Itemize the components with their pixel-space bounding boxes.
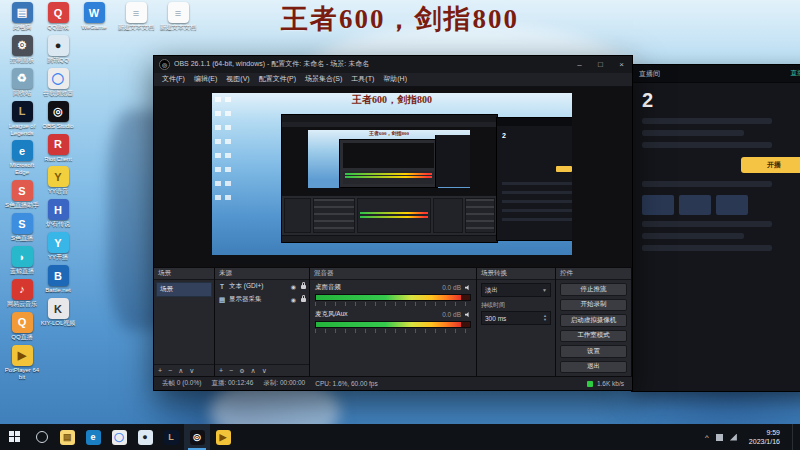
desktop-icon[interactable]: Y YY语音 bbox=[40, 166, 76, 195]
sources-dock-title[interactable]: 来源 bbox=[215, 268, 309, 280]
source-item[interactable]: ▤ 显示器采集 bbox=[215, 293, 309, 306]
desktop-icon-label: League of Legends bbox=[4, 123, 40, 137]
control-button[interactable]: 启动虚拟摄像机 bbox=[560, 314, 627, 327]
desktop-icon[interactable]: B Battle.net bbox=[40, 265, 76, 294]
obs-preview-canvas[interactable]: 王者600，剑指800 王者600，剑指800 bbox=[154, 87, 632, 267]
taskbar-icon[interactable]: ▶ bbox=[210, 424, 236, 450]
desktop-icon[interactable]: ▶ PotPlayer 64 bit bbox=[4, 345, 40, 381]
move-scene-down-button[interactable] bbox=[189, 367, 194, 375]
desktop-icon[interactable]: ≡ 新建文本文档 bbox=[118, 2, 154, 31]
control-button[interactable]: 退出 bbox=[560, 361, 627, 374]
visibility-eye-icon[interactable] bbox=[291, 296, 296, 303]
desktop-icon[interactable]: R Riot Client bbox=[40, 134, 76, 163]
desktop-icon[interactable]: ◯ 谷歌浏览器 bbox=[40, 68, 76, 97]
sources-toolbar bbox=[215, 364, 309, 376]
volume-icon[interactable] bbox=[716, 434, 723, 441]
transition-duration-input[interactable]: 300 ms bbox=[481, 311, 551, 325]
desktop-icon[interactable]: ⚙ 控制面板 bbox=[4, 35, 40, 64]
menu-item[interactable]: 帮助(H) bbox=[383, 74, 407, 84]
menu-item[interactable]: 配置文件(P) bbox=[259, 74, 296, 84]
transition-select[interactable]: 淡出 bbox=[481, 283, 551, 297]
taskbar-icon[interactable]: ◯ bbox=[106, 424, 132, 450]
thumbnail[interactable] bbox=[642, 195, 674, 215]
desktop-icon[interactable]: Q QQ游戏 bbox=[40, 2, 76, 31]
desktop-icon[interactable]: ● 腾讯QQ bbox=[40, 35, 76, 64]
desktop-icon-label: WeGame bbox=[81, 24, 106, 31]
maximize-button[interactable] bbox=[592, 57, 609, 71]
obs-dock-area: 场景 场景 来源 T bbox=[154, 267, 632, 376]
control-button[interactable]: 停止推流 bbox=[560, 283, 627, 296]
desktop-icon[interactable]: ◗ 蓝鲸直播 bbox=[4, 246, 40, 275]
taskbar-icon[interactable]: ▤ bbox=[54, 424, 80, 450]
control-button[interactable]: 开始录制 bbox=[560, 299, 627, 312]
taskbar: ▤ e ◯ ● L ◎ ▶ ^ 9:59 2023/1/1 bbox=[0, 424, 800, 450]
duration-spinner[interactable] bbox=[543, 314, 547, 322]
add-source-button[interactable] bbox=[219, 367, 223, 374]
mixer-track-db: 0.0 dB bbox=[442, 284, 461, 291]
desktop-icon[interactable]: ◎ OBS Studio bbox=[40, 101, 76, 130]
obs-window: OBS 26.1.1 (64-bit, windows) - 配置文件: 未命名… bbox=[153, 55, 633, 391]
desktop-icon[interactable]: K KIY-LOL视频 bbox=[40, 298, 76, 327]
placeholder-row bbox=[642, 142, 772, 148]
menu-item[interactable]: 文件(F) bbox=[162, 74, 185, 84]
stream-dashboard-header[interactable]: 直播间 直播中 bbox=[632, 65, 800, 83]
move-scene-up-button[interactable] bbox=[178, 367, 183, 375]
minimize-button[interactable] bbox=[571, 57, 588, 71]
show-desktop-button[interactable] bbox=[792, 424, 797, 450]
desktop-icon[interactable]: H 炉石传说 bbox=[40, 199, 76, 228]
desktop-icon[interactable]: Q QQ直播 bbox=[4, 312, 40, 341]
desktop-icon-label: KIY-LOL视频 bbox=[41, 320, 75, 327]
control-button[interactable]: 工作室模式 bbox=[560, 330, 627, 343]
taskbar-icon[interactable]: e bbox=[80, 424, 106, 450]
menu-item[interactable]: 工具(T) bbox=[351, 74, 374, 84]
desktop-icon[interactable]: Y YY开播 bbox=[40, 232, 76, 261]
desktop-icon[interactable]: ▤ 此电脑 bbox=[4, 2, 40, 31]
remove-source-button[interactable] bbox=[229, 367, 233, 374]
taskbar-icon[interactable]: ● bbox=[132, 424, 158, 450]
thumbnail[interactable] bbox=[716, 195, 748, 215]
start-button[interactable] bbox=[0, 424, 30, 450]
source-properties-button[interactable] bbox=[239, 367, 244, 374]
mixer-dock-title[interactable]: 混音器 bbox=[310, 268, 476, 280]
taskbar-icon[interactable]: L bbox=[158, 424, 184, 450]
desktop-icon[interactable]: ♪ 网易云音乐 bbox=[4, 279, 40, 308]
desktop-icon[interactable]: ≡ 新建文本文档 bbox=[160, 2, 196, 31]
menu-item[interactable]: 场景集合(S) bbox=[305, 74, 342, 84]
desktop-icon[interactable]: S S色直播助手 bbox=[4, 180, 40, 209]
desktop-icon[interactable]: ♻ 回收站 bbox=[4, 68, 40, 97]
obs-titlebar[interactable]: OBS 26.1.1 (64-bit, windows) - 配置文件: 未命名… bbox=[154, 56, 632, 73]
thumbnail[interactable] bbox=[679, 195, 711, 215]
desktop-icon-label: 回收站 bbox=[13, 90, 31, 97]
source-item[interactable]: T 文本 (GDI+) bbox=[215, 280, 309, 293]
controls-dock-title[interactable]: 控件 bbox=[556, 268, 631, 280]
source-type-icon: ▤ bbox=[218, 296, 226, 304]
go-live-button[interactable]: 开播 bbox=[741, 157, 800, 173]
lock-icon[interactable] bbox=[301, 285, 306, 289]
lock-icon[interactable] bbox=[301, 298, 306, 302]
stream-dashboard-window: 直播间 直播中 2 开播 bbox=[631, 64, 800, 392]
network-icon[interactable] bbox=[730, 434, 737, 441]
visibility-eye-icon[interactable] bbox=[291, 283, 296, 290]
taskbar-clock[interactable]: 9:59 2023/1/16 bbox=[744, 428, 785, 446]
menu-item[interactable]: 视图(V) bbox=[226, 74, 249, 84]
transition-dock-title[interactable]: 场景转换 bbox=[477, 268, 555, 280]
tray-expand-icon[interactable]: ^ bbox=[705, 433, 709, 442]
scene-item[interactable]: 场景 bbox=[156, 282, 212, 297]
speaker-icon[interactable] bbox=[465, 312, 471, 318]
add-scene-button[interactable] bbox=[158, 367, 162, 374]
remove-scene-button[interactable] bbox=[168, 367, 172, 374]
search-button[interactable] bbox=[30, 424, 54, 450]
control-button[interactable]: 设置 bbox=[560, 345, 627, 358]
taskbar-icon[interactable]: ◎ bbox=[184, 424, 210, 450]
speaker-icon[interactable] bbox=[465, 285, 471, 291]
desktop-icon[interactable]: S S色直播 bbox=[4, 213, 40, 242]
scenes-dock-title[interactable]: 场景 bbox=[154, 268, 214, 280]
desktop-icon[interactable]: L League of Legends bbox=[4, 101, 40, 137]
move-source-down-button[interactable] bbox=[262, 367, 267, 375]
desktop-icon[interactable]: W WeGame bbox=[76, 2, 112, 31]
menu-item[interactable]: 编辑(E) bbox=[194, 74, 217, 84]
close-button[interactable] bbox=[613, 57, 630, 71]
move-source-up-button[interactable] bbox=[251, 367, 256, 375]
desktop-icon-image: ◯ bbox=[48, 68, 69, 89]
desktop-icon[interactable]: e Microsoft Edge bbox=[4, 140, 40, 176]
